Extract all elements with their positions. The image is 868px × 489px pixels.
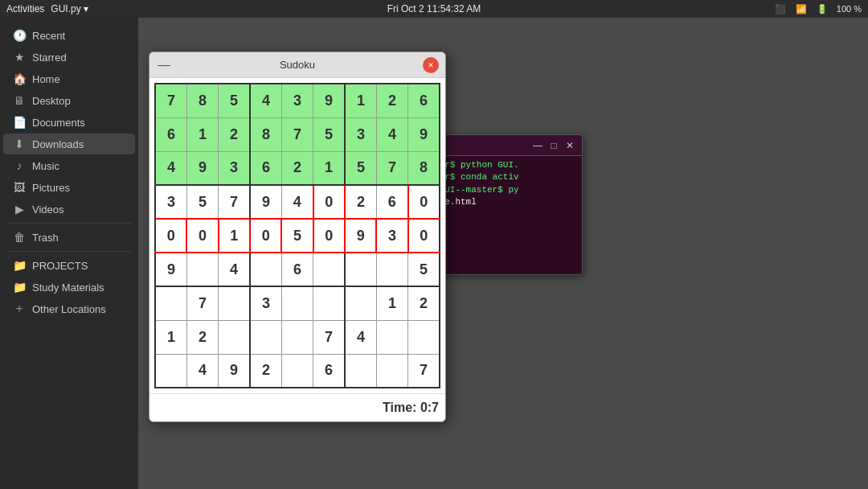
sudoku-cell[interactable]: 2 [250,354,281,388]
sudoku-close-button[interactable]: × [423,57,439,73]
sudoku-cell[interactable]: 7 [186,286,218,320]
sidebar-item-study[interactable]: 📁 Study Materials [3,277,135,298]
sudoku-cell[interactable]: 3 [250,286,281,320]
sudoku-cell[interactable]: 8 [250,117,281,151]
sudoku-minimize-button[interactable]: — [156,57,172,73]
sidebar-item-documents[interactable]: 📄 Documents [3,112,135,133]
sudoku-cell[interactable]: 0 [313,185,345,219]
sudoku-cell[interactable]: 5 [408,253,440,286]
sudoku-cell[interactable]: 1 [155,320,186,354]
sudoku-cell[interactable] [345,253,376,286]
sudoku-cell[interactable]: 6 [155,117,186,151]
sudoku-cell[interactable]: 5 [345,151,376,185]
sidebar-item-recent[interactable]: 🕐 Recent [3,25,135,46]
sudoku-cell[interactable]: 1 [186,117,218,151]
sudoku-cell[interactable]: 7 [219,185,250,219]
app-dropdown-icon[interactable]: ▾ [84,3,88,14]
sudoku-cell[interactable] [313,253,345,286]
sudoku-cell[interactable]: 8 [408,151,440,185]
activities-button[interactable]: Activities [6,3,44,14]
sudoku-cell[interactable]: 7 [376,151,407,185]
sudoku-cell[interactable] [376,354,407,388]
sudoku-cell[interactable]: 8 [186,84,218,117]
sudoku-cell[interactable] [155,354,186,388]
sudoku-cell[interactable]: 2 [345,185,376,219]
sudoku-cell[interactable]: 9 [250,185,281,219]
sudoku-cell[interactable] [155,286,186,320]
sudoku-cell[interactable]: 6 [408,84,440,117]
sidebar-item-home[interactable]: 🏠 Home [3,68,135,89]
sudoku-cell[interactable] [376,253,407,286]
sudoku-cell[interactable]: 4 [186,354,218,388]
sudoku-cell[interactable] [281,354,313,388]
sudoku-cell[interactable]: 5 [313,117,345,151]
sudoku-cell[interactable]: 2 [408,286,440,320]
sudoku-cell[interactable]: 0 [313,219,345,253]
sudoku-cell[interactable]: 3 [155,185,186,219]
sudoku-cell[interactable]: 9 [186,151,218,185]
sudoku-cell[interactable]: 6 [281,253,313,286]
sudoku-cell[interactable] [219,286,250,320]
sudoku-cell[interactable]: 1 [376,286,407,320]
sudoku-cell[interactable]: 9 [408,117,440,151]
sidebar-item-other[interactable]: + Other Locations [3,298,135,319]
terminal-maximize-button[interactable]: □ [547,138,561,153]
sidebar-item-downloads[interactable]: ⬇ Downloads [3,134,135,154]
sudoku-cell[interactable]: 0 [155,219,186,253]
sudoku-cell[interactable]: 4 [155,151,186,185]
app-indicator[interactable]: GUI.py ▾ [51,3,88,14]
sudoku-cell[interactable] [376,320,407,354]
sudoku-cell[interactable]: 0 [186,219,218,253]
sudoku-cell[interactable]: 0 [250,219,281,253]
sidebar-item-desktop[interactable]: 🖥 Desktop [3,90,135,111]
sudoku-cell[interactable] [281,286,313,320]
sudoku-cell[interactable]: 1 [219,219,250,253]
sidebar-item-videos[interactable]: ▶ Videos [3,199,135,220]
sidebar-item-music[interactable]: ♪ Music [3,155,135,176]
sudoku-cell[interactable] [250,253,281,286]
sudoku-cell[interactable]: 7 [313,320,345,354]
sudoku-cell[interactable]: 7 [281,117,313,151]
sudoku-cell[interactable] [345,286,376,320]
sudoku-cell[interactable]: 9 [345,219,376,253]
sudoku-cell[interactable]: 5 [219,84,250,117]
sidebar-item-starred[interactable]: ★ Starred [3,47,135,68]
sudoku-cell[interactable]: 0 [408,185,440,219]
sudoku-cell[interactable]: 4 [281,185,313,219]
sudoku-cell[interactable]: 4 [376,117,407,151]
sidebar-item-projects[interactable]: 📁 PROJECTS [3,255,135,276]
sudoku-cell[interactable]: 3 [345,117,376,151]
sudoku-cell[interactable] [281,320,313,354]
sudoku-cell[interactable]: 4 [345,320,376,354]
sudoku-cell[interactable]: 4 [219,253,250,286]
sudoku-cell[interactable] [313,286,345,320]
sudoku-cell[interactable]: 2 [186,320,218,354]
sudoku-cell[interactable]: 7 [408,354,440,388]
terminal-minimize-button[interactable]: — [530,138,545,153]
sudoku-cell[interactable]: 9 [155,253,186,286]
sudoku-cell[interactable]: 5 [186,185,218,219]
sudoku-cell[interactable]: 3 [281,84,313,117]
sudoku-cell[interactable] [186,253,218,286]
sudoku-cell[interactable]: 1 [313,151,345,185]
sudoku-cell[interactable]: 0 [408,219,440,253]
sudoku-cell[interactable] [219,320,250,354]
sudoku-cell[interactable] [345,354,376,388]
sudoku-cell[interactable]: 3 [376,219,407,253]
sudoku-cell[interactable] [408,320,440,354]
sudoku-cell[interactable]: 6 [376,185,407,219]
sudoku-cell[interactable]: 5 [281,219,313,253]
sudoku-cell[interactable]: 2 [219,117,250,151]
sudoku-cell[interactable]: 7 [155,84,186,117]
sudoku-cell[interactable]: 2 [376,84,407,117]
sudoku-cell[interactable]: 4 [250,84,281,117]
sudoku-cell[interactable]: 6 [313,354,345,388]
sudoku-cell[interactable]: 2 [281,151,313,185]
sudoku-cell[interactable]: 3 [219,151,250,185]
sudoku-cell[interactable]: 1 [345,84,376,117]
sudoku-cell[interactable]: 6 [250,151,281,185]
sidebar-item-pictures[interactable]: 🖼 Pictures [3,177,135,198]
sidebar-item-trash[interactable]: 🗑 Trash [3,227,135,248]
sudoku-cell[interactable] [250,320,281,354]
terminal-close-button[interactable]: ✕ [563,138,577,153]
